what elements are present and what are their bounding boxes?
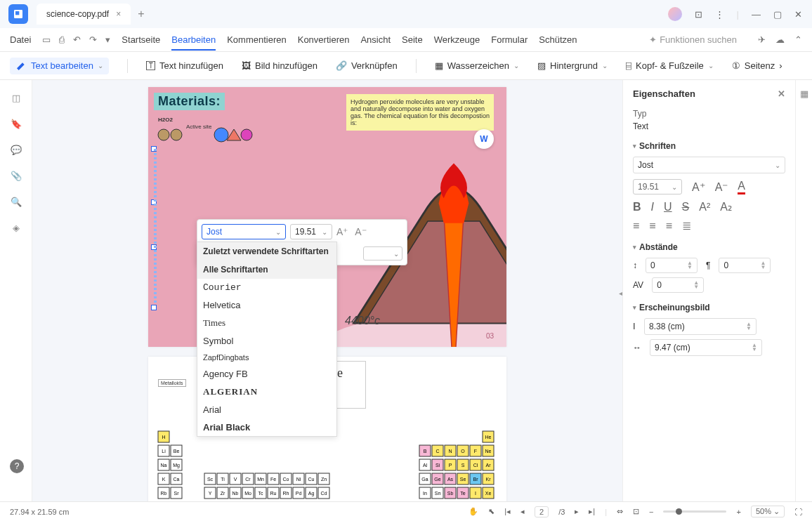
menu-seite[interactable]: Seite [402,34,423,45]
italic-icon[interactable]: I [651,201,654,213]
cloud-icon[interactable]: ☁ [775,34,785,45]
panel-font-select[interactable]: Jost ⌄ [633,157,785,173]
layers-icon[interactable]: ◈ [13,223,20,233]
increase-font-icon[interactable]: A⁺ [692,180,705,194]
font-option-courier[interactable]: Courier [197,279,336,296]
panel-size-select[interactable]: 19.51 ⌄ [633,179,682,194]
menu-werkzeuge[interactable]: Werkzeuge [434,34,480,45]
char-spacing-input[interactable]: 0▲▼ [652,277,704,293]
menu-startseite[interactable]: Startseite [122,34,160,45]
font-option-algerian[interactable]: ALGERIAN [197,383,336,401]
font-option-arialblack[interactable]: Arial Black [197,418,336,436]
fit-page-icon[interactable]: ⊡ [633,507,639,516]
thumbnails-icon[interactable]: ◫ [12,93,20,103]
edit-text-button[interactable]: Text bearbeiten ⌄ [10,58,109,74]
document-tab[interactable]: science-copy.pdf × [37,4,131,25]
menu-ansicht[interactable]: Ansicht [360,34,391,45]
open-icon[interactable]: ▭ [42,34,51,45]
para-spacing-input[interactable]: 0▲▼ [719,258,771,273]
document-canvas[interactable]: Materials: H2O2 Active site Hydrogen per… [32,80,622,501]
zoom-value[interactable]: 50% ⌄ [751,506,785,517]
chevron-up-icon[interactable]: ⌃ [794,34,802,45]
section-spacing[interactable]: Abstände [633,242,785,252]
font-option-symbol[interactable]: Symbol [197,332,336,350]
maximize-icon[interactable]: ▢ [773,9,782,20]
line-spacing-input[interactable]: 0▲▼ [646,258,698,273]
stepper-icon[interactable]: ▲▼ [761,261,766,270]
bookmarks-icon[interactable]: 🔖 [11,119,22,129]
close-tab-icon[interactable]: × [116,9,121,19]
hand-tool-icon[interactable]: ✋ [469,507,478,516]
bold-icon[interactable]: B [633,201,641,213]
selection-handle[interactable] [151,305,157,310]
user-avatar-icon[interactable] [668,7,682,21]
superscript-icon[interactable]: A² [699,201,710,213]
page-number-button[interactable]: ①Seitenz› [732,60,782,71]
section-fonts[interactable]: Schriften [633,141,785,151]
select-tool-icon[interactable]: ⬉ [488,507,495,516]
font-option-arial[interactable]: Arial [197,401,336,418]
search-icon[interactable]: 🔍 [11,197,22,207]
underline-icon[interactable]: U [664,201,672,213]
menu-konvertieren[interactable]: Konvertieren [298,34,350,45]
minimize-icon[interactable]: — [752,9,761,20]
redo-icon[interactable]: ↷ [89,34,97,45]
help-icon[interactable]: ? [10,459,24,473]
stepper-icon[interactable]: ▲▼ [752,343,757,352]
app-logo[interactable] [8,4,28,24]
font-color-icon[interactable]: A [738,180,745,194]
zoom-slider[interactable] [663,510,726,513]
add-text-button[interactable]: 🅃Text hinzufügen [146,60,223,71]
font-size-select[interactable]: 19.51 ⌄ [290,224,332,239]
menu-formular[interactable]: Formular [491,34,528,45]
comments-icon[interactable]: 💬 [11,145,22,155]
properties-tab-icon[interactable]: ▦ [800,88,808,99]
align-left-icon[interactable]: ≡ [633,220,639,232]
increase-font-icon[interactable]: A⁺ [336,226,348,237]
subscript-icon[interactable]: A₂ [720,200,732,213]
stepper-icon[interactable]: ▲▼ [687,261,693,270]
font-color-picker[interactable]: ⌄ [363,246,402,260]
expand-right-icon[interactable]: ◂ [619,289,622,297]
font-option-zapfdingbats[interactable]: ZapfDingbats [197,350,336,365]
feedback-icon[interactable]: ⊡ [695,9,702,20]
decrease-font-icon[interactable]: A⁻ [355,226,366,237]
strikethrough-icon[interactable]: S [682,201,690,213]
prev-page-icon[interactable]: ◂ [520,507,525,516]
zoom-in-icon[interactable]: + [736,508,740,516]
width-input[interactable]: 8.38 (cm)▲▼ [644,318,757,335]
next-page-icon[interactable]: ▸ [575,507,579,516]
more-icon[interactable]: ⋮ [715,9,724,20]
align-center-icon[interactable]: ≡ [649,220,655,232]
stepper-icon[interactable]: ▲▼ [693,281,699,289]
menu-kommentieren[interactable]: Kommentieren [227,34,287,45]
stepper-icon[interactable]: ▲▼ [746,322,752,331]
zoom-out-icon[interactable]: − [649,508,653,516]
attachments-icon[interactable]: 📎 [11,171,22,181]
close-window-icon[interactable]: ✕ [794,9,802,20]
font-option-agencyfb[interactable]: Agency FB [197,365,336,383]
menu-file[interactable]: Datei [10,34,31,45]
background-button[interactable]: ▨Hintergrund⌄ [537,60,608,71]
undo-icon[interactable]: ↶ [73,34,81,45]
font-family-select[interactable]: Jost ⌄ [202,224,286,239]
function-search[interactable]: ✦ Funktionen suchen [649,34,737,45]
font-option-times[interactable]: Times [197,314,336,332]
fullscreen-icon[interactable]: ⛶ [794,508,802,516]
menu-bearbeiten[interactable]: Bearbeiten [171,34,216,51]
close-panel-icon[interactable]: ✕ [778,88,785,99]
align-right-icon[interactable]: ≡ [666,220,672,232]
fit-width-icon[interactable]: ⇔ [617,507,623,516]
last-page-icon[interactable]: ▸| [589,507,595,516]
section-appearance[interactable]: Erscheinungsbild [633,303,785,312]
add-image-button[interactable]: 🖼Bild hinzufügen [242,60,317,71]
dropdown-icon[interactable]: ▾ [105,34,110,45]
new-tab-button[interactable]: + [138,8,144,20]
link-button[interactable]: 🔗Verknüpfen [336,60,398,71]
first-page-icon[interactable]: |◂ [504,507,511,516]
watermark-button[interactable]: ▦Wasserzeichen⌄ [435,60,519,71]
align-justify-icon[interactable]: ≣ [682,219,691,232]
print-icon[interactable]: ⎙ [59,34,65,45]
height-input[interactable]: 9.47 (cm)▲▼ [650,339,762,356]
page-input[interactable]: 2 [535,506,549,517]
